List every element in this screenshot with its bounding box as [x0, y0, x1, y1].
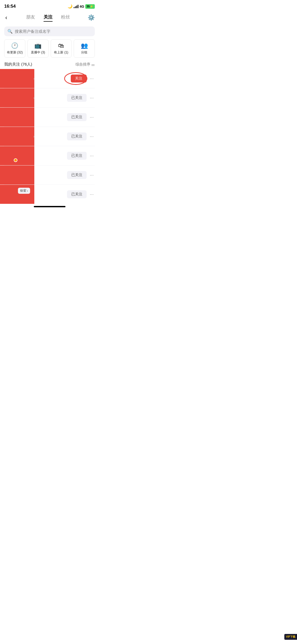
home-bar [34, 206, 65, 207]
more-button-4[interactable]: ··· [89, 133, 95, 140]
user-item-5: 已关注 ··· [0, 146, 99, 165]
status-time: 16:54 [4, 4, 16, 9]
filter-grid: 🕐 有更新 (32) 📺 直播中 (3) 🛍 有上新 (1) 👥 分组 [0, 39, 99, 61]
filter-groups[interactable]: 👥 分组 [74, 39, 95, 58]
shop-window-label[interactable]: 橱窗 › [18, 188, 30, 194]
more-button-7[interactable]: ··· [89, 191, 95, 198]
follow-button-3[interactable]: 已关注 [67, 113, 87, 121]
follow-button-1[interactable]: 关注 [71, 75, 87, 82]
filter-updates[interactable]: 🕐 有更新 (32) [4, 39, 25, 58]
signal-bar-1 [74, 7, 74, 8]
section-title: 我的关注 (76人) [4, 62, 32, 67]
filter-live-label: 直播中 (3) [31, 50, 45, 55]
user-item-1: › 关注 ··· [0, 69, 99, 88]
nav-bar: ‹ 朋友 关注 粉丝 ⚙️ [0, 11, 99, 25]
status-bar: 16:54 4G 35⚡ [0, 0, 99, 11]
tab-following[interactable]: 关注 [44, 14, 53, 22]
tab-fans[interactable]: 粉丝 [61, 14, 70, 22]
network-label: 4G [79, 4, 84, 8]
follow-button-6[interactable]: 已关注 [67, 171, 87, 179]
signal-bar-3 [76, 6, 77, 8]
battery-badge: 35⚡ [85, 4, 95, 9]
more-button-1[interactable]: ··· [89, 75, 95, 82]
tab-friends[interactable]: 朋友 [26, 14, 35, 22]
user-list: › 关注 ··· › 已关注 ··· 已关注 ··· [0, 69, 99, 204]
arrow-indicator-4: › [33, 134, 35, 139]
back-button[interactable]: ‹ [4, 13, 8, 22]
arrow-indicator-2: › [33, 96, 35, 100]
orange-dot-5 [14, 158, 17, 162]
home-indicator [0, 204, 99, 209]
filter-new[interactable]: 🛍 有上新 (1) [51, 39, 72, 58]
more-button-6[interactable]: ··· [89, 171, 95, 179]
filter-new-label: 有上新 (1) [54, 50, 68, 55]
follow-button-5[interactable]: 已关注 [67, 152, 87, 160]
filter-groups-label: 分组 [81, 50, 87, 55]
status-icons: 4G 35⚡ [68, 4, 95, 9]
search-icon: 🔍 [7, 29, 13, 34]
avatar-7 [4, 187, 18, 201]
avatar-2 [4, 91, 18, 105]
more-button-5[interactable]: ··· [89, 152, 95, 160]
avatar-1 [4, 72, 18, 85]
follow-button-7[interactable]: 已关注 [67, 190, 87, 198]
clock-icon: 🕐 [11, 42, 18, 49]
live-icon: 📺 [34, 42, 41, 49]
more-button-2[interactable]: ··· [89, 94, 95, 102]
signal-bar-2 [75, 6, 76, 8]
user-item-2: › 已关注 ··· [0, 88, 99, 107]
moon-icon [68, 4, 73, 9]
user-item-7: 橱窗 › 已关注 ··· [0, 185, 99, 204]
search-bar[interactable]: 🔍 [4, 26, 95, 36]
signal-bars [74, 4, 78, 8]
signal-bar-4 [78, 5, 78, 8]
shop-icon: 🛍 [58, 42, 64, 49]
filter-updates-label: 有更新 (32) [7, 50, 23, 55]
sort-icon: ⚏ [91, 62, 95, 67]
sort-button[interactable]: 综合排序 ⚏ [76, 62, 95, 67]
arrow-indicator-1: › [33, 76, 35, 81]
user-item-6: 已关注 ··· [0, 165, 99, 185]
section-header: 我的关注 (76人) 综合排序 ⚏ [0, 61, 99, 69]
avatar-4 [4, 130, 18, 143]
user-item-4: › 已关注 ··· [0, 127, 99, 146]
groups-icon: 👥 [81, 42, 88, 49]
nav-tabs: 朋友 关注 粉丝 [26, 14, 70, 22]
follow-button-2[interactable]: 已关注 [67, 94, 87, 102]
more-button-3[interactable]: ··· [89, 113, 95, 121]
user-item-3: 已关注 ··· [0, 108, 99, 127]
follow-button-4[interactable]: 已关注 [67, 132, 87, 140]
search-input[interactable] [15, 29, 92, 34]
avatar-3 [4, 110, 18, 124]
filter-live[interactable]: 📺 直播中 (3) [27, 39, 49, 58]
settings-button[interactable]: ⚙️ [88, 14, 95, 21]
avatar-6 [4, 168, 18, 182]
shop-window-arrow: › [27, 189, 28, 193]
